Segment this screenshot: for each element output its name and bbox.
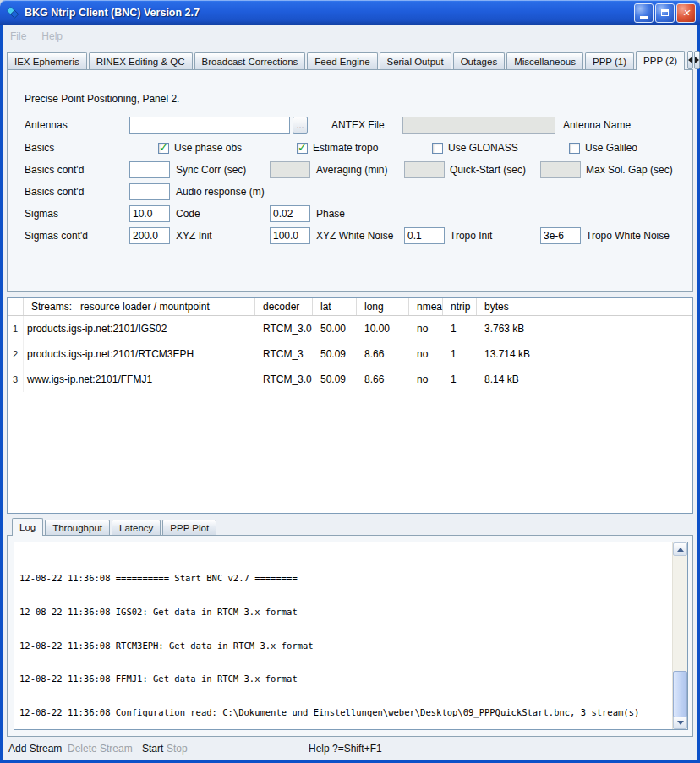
sigmas2-label: Sigmas cont'd <box>25 227 88 244</box>
basics3-label: Basics cont'd <box>25 183 84 200</box>
cell-mountpoint: products.igs-ip.net:2101/IGS02 <box>24 316 255 341</box>
streams-table: Streams: resource loader / mountpoint de… <box>7 297 693 514</box>
cell-nmea: no <box>409 341 443 367</box>
cell-bytes: 8.14 kB <box>477 367 692 392</box>
add-stream-button[interactable]: Add Stream <box>8 743 62 755</box>
minimize-button[interactable] <box>634 3 654 23</box>
scroll-right-icon <box>695 57 699 63</box>
header-nmea[interactable]: nmea <box>409 298 443 315</box>
tropo-white-noise-input[interactable] <box>540 227 581 244</box>
tab-outages[interactable]: Outages <box>453 52 505 69</box>
cell-nmea: no <box>409 316 443 341</box>
sigma-code-input[interactable] <box>129 205 170 222</box>
tab-throughput[interactable]: Throughput <box>45 520 110 535</box>
cell-ntrip: 1 <box>443 341 477 367</box>
sigma-phase-input[interactable] <box>270 205 310 222</box>
maximize-button[interactable] <box>655 3 675 23</box>
cell-decoder: RTCM_3.0 <box>255 367 313 392</box>
row-number: 1 <box>8 316 24 341</box>
tab-serial-output[interactable]: Serial Output <box>380 52 451 69</box>
tab-log[interactable]: Log <box>12 518 43 536</box>
menu-file[interactable]: File <box>10 30 26 42</box>
titlebar[interactable]: BKG Ntrip Client (BNC) Version 2.7 <box>0 0 700 25</box>
use-phase-obs-checkbox[interactable] <box>158 143 169 154</box>
scroll-up-button[interactable] <box>673 542 687 556</box>
scrollbar-thumb[interactable] <box>673 671 687 717</box>
header-mountpoint[interactable]: Streams: resource loader / mountpoint <box>24 298 255 315</box>
tab-ppp-plot[interactable]: PPP Plot <box>162 520 216 535</box>
close-button[interactable] <box>676 3 696 23</box>
row-number: 2 <box>8 341 24 367</box>
antex-file-label: ANTEX File <box>331 117 385 134</box>
xyz-white-noise-label: XYZ White Noise <box>316 227 393 244</box>
app-window: BKG Ntrip Client (BNC) Version 2.7 File … <box>0 0 700 763</box>
max-sol-gap-input[interactable] <box>540 161 581 178</box>
scroll-down-button[interactable] <box>673 716 687 729</box>
tab-rinex-ephemeris[interactable]: IEX Ephemeris <box>7 52 87 69</box>
tab-ppp-1[interactable]: PPP (1) <box>585 52 634 69</box>
delete-stream-button[interactable]: Delete Stream <box>68 743 133 755</box>
tab-rinex-editing-qc[interactable]: RINEX Editing & QC <box>89 52 193 69</box>
header-long[interactable]: long <box>357 298 409 315</box>
panel-description: Precise Point Positioning, Panel 2. <box>25 90 179 107</box>
cell-long: 10.00 <box>357 316 409 341</box>
audio-response-input[interactable] <box>129 183 170 200</box>
cell-lat: 50.09 <box>313 367 357 392</box>
scroll-up-icon <box>677 548 684 552</box>
antex-file-field[interactable] <box>402 117 555 134</box>
app-icon <box>5 5 20 20</box>
bottom-action-bar: Add Stream Delete Stream Start Stop Help… <box>3 737 697 760</box>
log-textedit[interactable]: 12-08-22 11:36:08 ========== Start BNC v… <box>14 542 688 730</box>
scrollbar-track[interactable] <box>673 556 687 716</box>
use-galileo-checkbox[interactable] <box>569 143 580 154</box>
streams-header-row: Streams: resource loader / mountpoint de… <box>8 298 692 316</box>
tab-feed-engine[interactable]: Feed Engine <box>307 52 377 69</box>
quick-start-input[interactable] <box>404 161 445 178</box>
minimize-icon <box>640 16 648 19</box>
cell-decoder: RTCM_3.0 <box>255 316 313 341</box>
xyz-init-input[interactable] <box>129 227 170 244</box>
cell-bytes: 13.714 kB <box>477 341 692 367</box>
ppp2-panel: Precise Point Positioning, Panel 2. Ante… <box>7 69 693 292</box>
antex-browse-button[interactable]: ... <box>293 117 308 134</box>
tab-latency[interactable]: Latency <box>112 520 161 535</box>
log-line: 12-08-22 11:36:08 ========== Start BNC v… <box>19 573 672 584</box>
header-decoder[interactable]: decoder <box>255 298 313 315</box>
tab-ppp-2[interactable]: PPP (2) <box>636 51 685 70</box>
cell-lat: 50.00 <box>313 316 357 341</box>
table-row[interactable]: 3 www.igs-ip.net:2101/FFMJ1 RTCM_3.0 50.… <box>8 367 692 392</box>
use-glonass-checkbox[interactable] <box>432 143 443 154</box>
tab-scroll-left-button[interactable] <box>687 51 693 69</box>
tropo-init-input[interactable] <box>404 227 445 244</box>
log-line: 12-08-22 11:36:08 Configuration read: C:… <box>19 707 672 718</box>
antenna-name-label: Antenna Name <box>563 117 631 134</box>
maximize-icon <box>661 9 669 16</box>
header-ntrip[interactable]: ntrip <box>443 298 477 315</box>
tab-scroll-right-button[interactable] <box>694 51 700 69</box>
header-lat[interactable]: lat <box>313 298 357 315</box>
xyz-white-noise-input[interactable] <box>270 227 310 244</box>
log-scrollbar[interactable] <box>672 542 687 729</box>
use-phase-obs-label: Use phase obs <box>174 139 242 156</box>
antennas-input[interactable] <box>129 117 290 134</box>
help-shortcut[interactable]: Help ?=Shift+F1 <box>309 743 382 755</box>
start-button[interactable]: Start <box>142 743 163 755</box>
log-line: 12-08-22 11:36:08 FFMJ1: Get data in RTC… <box>19 673 672 684</box>
stop-button[interactable]: Stop <box>167 743 188 755</box>
table-row[interactable]: 2 products.igs-ip.net:2101/RTCM3EPH RTCM… <box>8 341 692 367</box>
log-line: 12-08-22 11:36:08 RTCM3EPH: Get data in … <box>19 640 672 651</box>
window-title: BKG Ntrip Client (BNC) Version 2.7 <box>25 7 632 19</box>
estimate-tropo-checkbox[interactable] <box>297 143 308 154</box>
bottom-tab-bar: Log Throughput Latency PPP Plot <box>12 518 693 535</box>
table-row[interactable]: 1 products.igs-ip.net:2101/IGS02 RTCM_3.… <box>8 316 692 341</box>
log-pane: 12-08-22 11:36:08 ========== Start BNC v… <box>7 535 693 737</box>
tab-broadcast-corrections[interactable]: Broadcast Corrections <box>194 52 306 69</box>
sync-corr-input[interactable] <box>129 161 170 178</box>
tab-miscellaneous[interactable]: Miscellaneous <box>506 52 583 69</box>
menu-help[interactable]: Help <box>41 30 63 42</box>
averaging-input[interactable] <box>270 161 310 178</box>
row-number: 3 <box>8 367 24 392</box>
scroll-left-icon <box>688 57 692 63</box>
log-lines: 12-08-22 11:36:08 ========== Start BNC v… <box>14 542 672 729</box>
header-bytes[interactable]: bytes <box>477 298 692 315</box>
